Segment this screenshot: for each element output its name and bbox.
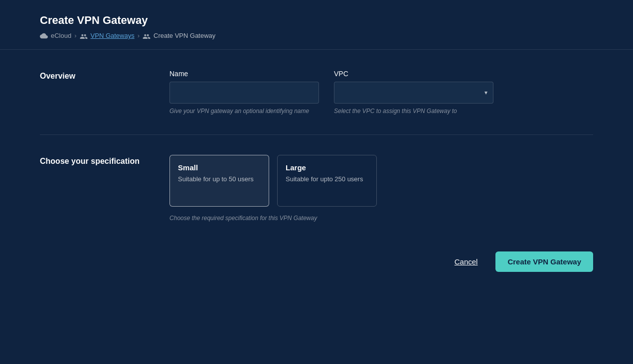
breadcrumb-ecloud: eCloud [51, 32, 71, 39]
name-field-group: Name Give your VPN gateway an optional i… [169, 70, 319, 115]
cancel-button[interactable]: Cancel [447, 252, 486, 271]
vpn-gateways-icon [80, 32, 88, 39]
spec-card-large-title: Large [286, 163, 368, 172]
footer: Cancel Create VPN Gateway [0, 242, 633, 292]
overview-section: Overview Name Give your VPN gateway an o… [40, 50, 593, 135]
content-area: Overview Name Give your VPN gateway an o… [0, 50, 633, 242]
breadcrumb-sep-1: › [74, 32, 76, 39]
page-header: Create VPN Gateway eCloud › VPN Gateways… [0, 0, 633, 50]
spec-card-small[interactable]: Small Suitable for up to 50 users [169, 155, 269, 207]
spec-cards-container: Small Suitable for up to 50 users Large … [169, 155, 377, 222]
specification-content: Small Suitable for up to 50 users Large … [169, 155, 593, 222]
breadcrumb-sep-2: › [138, 32, 140, 39]
cloud-icon [40, 33, 48, 39]
vpc-label: VPC [334, 70, 493, 78]
spec-card-small-title: Small [178, 163, 261, 172]
spec-cards-row: Small Suitable for up to 50 users Large … [169, 155, 377, 207]
spec-card-large-desc: Suitable for upto 250 users [286, 175, 368, 184]
create-vpn-gateway-button[interactable]: Create VPN Gateway [495, 251, 593, 272]
spec-hint: Choose the required specification for th… [169, 215, 377, 222]
breadcrumb-vpn-gateways[interactable]: VPN Gateways [91, 32, 135, 39]
breadcrumb-current: Create VPN Gateway [154, 32, 215, 39]
name-hint: Give your VPN gateway an optional identi… [169, 108, 319, 115]
spec-card-small-desc: Suitable for up to 50 users [178, 175, 261, 184]
vpc-select-wrapper: ▾ [334, 82, 493, 104]
specification-section: Choose your specification Small Suitable… [40, 135, 593, 242]
name-input[interactable] [169, 82, 319, 104]
vpc-field-group: VPC ▾ Select the VPC to assign this VPN … [334, 70, 493, 115]
vpc-hint: Select the VPC to assign this VPN Gatewa… [334, 108, 483, 115]
breadcrumb: eCloud › VPN Gateways › Create VPN Gatew… [40, 32, 593, 39]
specification-label: Choose your specification [40, 155, 140, 222]
overview-label: Overview [40, 70, 140, 115]
vpc-select[interactable] [334, 82, 493, 104]
spec-card-large[interactable]: Large Suitable for upto 250 users [277, 155, 377, 207]
name-label: Name [169, 70, 319, 78]
breadcrumb-current-icon [143, 32, 151, 39]
overview-content: Name Give your VPN gateway an optional i… [169, 70, 593, 115]
page-title: Create VPN Gateway [40, 14, 593, 27]
